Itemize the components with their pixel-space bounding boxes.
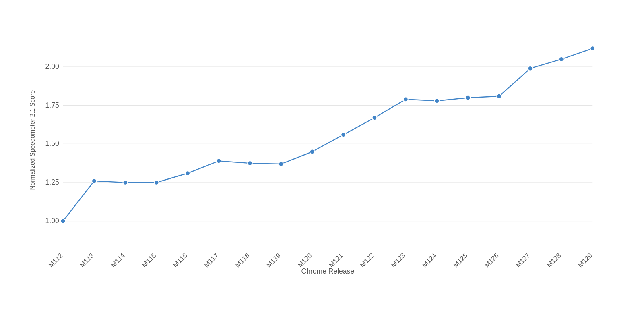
svg-text:1.00: 1.00 [45, 217, 59, 225]
svg-text:M121: M121 [327, 252, 345, 269]
svg-text:Chrome Release: Chrome Release [301, 267, 355, 275]
svg-point-29 [341, 133, 346, 137]
svg-text:M118: M118 [234, 252, 251, 269]
svg-point-37 [466, 95, 471, 100]
svg-point-43 [559, 57, 564, 62]
chart-container: 1.001.251.501.752.00Normalized Speedomet… [0, 0, 644, 332]
svg-text:M114: M114 [109, 252, 126, 269]
svg-text:M120: M120 [296, 252, 314, 269]
svg-text:M112: M112 [47, 252, 64, 269]
svg-point-15 [123, 180, 128, 185]
svg-point-13 [92, 178, 97, 183]
chart-area: 1.001.251.501.752.00Normalized Speedomet… [16, 28, 620, 276]
svg-point-41 [528, 66, 533, 71]
svg-point-25 [279, 162, 283, 166]
svg-text:M117: M117 [203, 252, 220, 269]
svg-text:1.50: 1.50 [45, 139, 59, 147]
svg-text:M127: M127 [514, 252, 532, 269]
svg-point-33 [403, 97, 408, 102]
svg-text:M119: M119 [265, 252, 282, 269]
svg-text:Normalized Speedometer 2.1 Sco: Normalized Speedometer 2.1 Score [29, 90, 36, 190]
svg-point-19 [185, 171, 190, 176]
svg-text:M124: M124 [421, 252, 438, 269]
svg-text:M123: M123 [390, 252, 407, 269]
svg-text:M129: M129 [576, 252, 594, 269]
svg-text:M126: M126 [483, 252, 500, 269]
svg-text:M125: M125 [452, 252, 469, 269]
svg-text:1.25: 1.25 [45, 178, 59, 186]
svg-point-31 [372, 115, 377, 120]
chart-svg: 1.001.251.501.752.00Normalized Speedomet… [16, 28, 620, 276]
svg-point-39 [497, 94, 502, 99]
svg-point-21 [217, 159, 221, 164]
svg-point-35 [434, 98, 439, 103]
svg-text:1.75: 1.75 [45, 101, 59, 109]
svg-point-27 [310, 149, 315, 154]
svg-text:M122: M122 [359, 252, 376, 269]
svg-point-11 [61, 219, 66, 224]
svg-text:M116: M116 [171, 252, 189, 269]
svg-point-45 [590, 46, 595, 51]
svg-text:M128: M128 [545, 252, 563, 269]
svg-text:2.00: 2.00 [45, 62, 59, 71]
svg-point-17 [154, 180, 159, 185]
svg-text:M113: M113 [78, 252, 95, 269]
svg-point-23 [248, 161, 252, 166]
svg-text:M115: M115 [140, 252, 158, 269]
